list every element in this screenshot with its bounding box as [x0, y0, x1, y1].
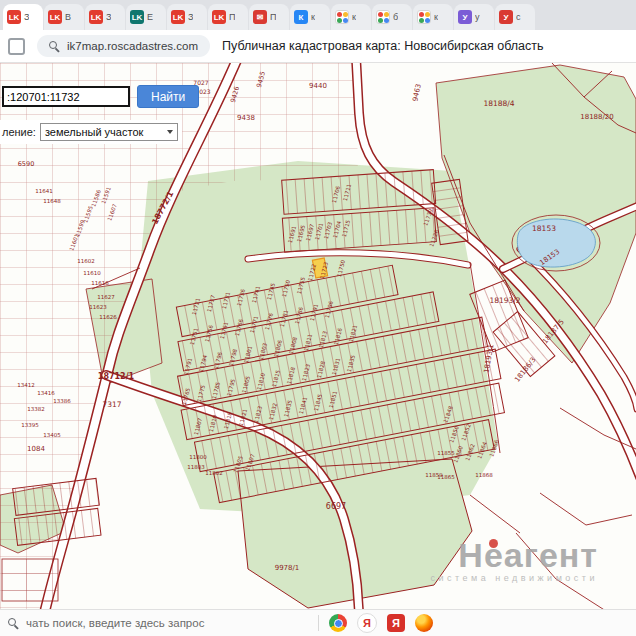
chevron-down-icon — [167, 130, 173, 134]
map-area: 9455942694389440946318188/418188/2070277… — [0, 63, 636, 609]
address-bar: ik7map.roscadastres.com Публичная кадаст… — [0, 30, 636, 63]
tab-title: с — [516, 12, 521, 22]
object-type-select[interactable]: земельный участок — [40, 123, 178, 141]
app-dots-favicon — [376, 10, 390, 24]
parcel-label: 11641 — [35, 188, 53, 194]
tab-title: Е — [147, 12, 153, 22]
parcel-label: 11648 — [43, 198, 61, 204]
url-text: ik7map.roscadastres.com — [67, 40, 198, 52]
parcel-label: 11865 — [437, 474, 455, 480]
tab-favicon: LK — [130, 10, 144, 24]
browser-tab[interactable]: к — [413, 4, 453, 30]
tab-title: З — [24, 12, 29, 22]
browser-tab[interactable]: Уу — [454, 4, 494, 30]
parcel-label: 11602 — [77, 258, 95, 264]
firefox-icon[interactable] — [415, 614, 433, 632]
parcel-label: 9440 — [309, 82, 327, 90]
parcel-label: 6697 — [326, 502, 346, 511]
find-button[interactable]: Найти — [137, 85, 199, 108]
object-type-label: ление: — [2, 126, 36, 138]
parcel-label: 11855 — [437, 450, 455, 456]
tab-title: б — [393, 12, 398, 22]
tab-title: З — [106, 12, 111, 22]
object-type-value: земельный участок — [45, 126, 143, 138]
parcel-label: 11610 — [83, 270, 101, 276]
tab-favicon: LK — [212, 10, 226, 24]
tab-favicon: ✉ — [253, 10, 267, 24]
tab-title: к — [311, 12, 315, 22]
tab-title: П — [229, 12, 235, 22]
parcel-label: 13395 — [21, 422, 39, 428]
browser-tab[interactable]: LKВ — [44, 4, 84, 30]
search-icon — [49, 41, 60, 52]
cadastral-map[interactable]: 9455942694389440946318188/418188/2070277… — [0, 63, 636, 609]
tab-favicon: LK — [7, 10, 21, 24]
taskbar-search-text: чать поиск, введите здесь запрос — [26, 617, 204, 629]
taskbar-divider — [318, 615, 319, 631]
tab-favicon: У — [499, 10, 513, 24]
parcel-label: 18188/4 — [483, 99, 514, 108]
page-title: Публичная кадастровая карта: Новосибирск… — [222, 39, 543, 53]
parcel-label: 11627 — [97, 294, 115, 300]
tab-title: В — [65, 12, 71, 22]
parcel-label: 11868 — [475, 472, 493, 478]
tab-favicon: LK — [89, 10, 103, 24]
cadastre-search-panel: Найти — [2, 85, 199, 108]
parcel-label: 1084 — [27, 445, 45, 453]
parcel-label: 13412 — [17, 382, 35, 388]
parcel-label: 11800 — [189, 454, 207, 460]
parcel-label: 13386 — [53, 398, 71, 404]
yandex-browser-icon[interactable]: Я — [357, 613, 377, 633]
parcel-label: 18193/2 — [489, 296, 520, 305]
browser-tab[interactable]: к — [331, 4, 371, 30]
parcel-label: 18153 — [532, 224, 556, 233]
parcel-label: 18188/20 — [580, 113, 614, 121]
taskbar-search-icon — [8, 618, 19, 629]
parcel-label: 9438 — [237, 114, 255, 122]
browser-tab[interactable]: LKЗ — [3, 4, 43, 30]
parcel-label: 7317 — [102, 400, 121, 409]
browser-tab[interactable]: Кк — [290, 4, 330, 30]
chrome-icon[interactable] — [329, 614, 347, 632]
browser-tab[interactable]: б — [372, 4, 412, 30]
taskbar-app-icons: ЯЯ — [329, 613, 433, 633]
browser-tab[interactable]: LKЗ — [85, 4, 125, 30]
cadastre-number-input[interactable] — [2, 86, 130, 107]
browser-window: LKЗLKВLKЗLKЕLKЗLKП✉ПКккбкУуУс ik7map.ros… — [0, 0, 636, 636]
parcel-label: 11616 — [91, 280, 109, 286]
tab-title: к — [434, 12, 438, 22]
pond — [517, 219, 595, 267]
parcel-block-corner — [2, 559, 58, 601]
parcel-label: 11623 — [89, 304, 107, 310]
browser-tab[interactable]: LKЗ — [167, 4, 207, 30]
browser-menu-icon[interactable] — [8, 38, 25, 55]
object-type-panel: ление: земельный участок — [0, 120, 182, 144]
browser-tab[interactable]: LKЕ — [126, 4, 166, 30]
parcel-label: 11626 — [99, 314, 117, 320]
tab-title: у — [475, 12, 480, 22]
tab-title: к — [352, 12, 356, 22]
browser-tab[interactable]: LKП — [208, 4, 248, 30]
parcel-label: 11803 — [187, 464, 205, 470]
parcel-label: 9978/1 — [275, 564, 300, 572]
parcel-label: 13416 — [37, 390, 55, 396]
tab-title: З — [188, 12, 193, 22]
yandex-app-icon[interactable]: Я — [387, 614, 405, 632]
browser-tab[interactable]: Ус — [495, 4, 535, 30]
tab-bar: LKЗLKВLKЗLKЕLKЗLKП✉ПКккбкУуУс — [0, 0, 636, 30]
address-url-pill[interactable]: ik7map.roscadastres.com — [37, 35, 210, 57]
taskbar: чать поиск, введите здесь запрос ЯЯ — [0, 609, 636, 636]
parcel-label: 13405 — [43, 432, 61, 438]
parcel-label: 13382 — [27, 406, 45, 412]
app-dots-favicon — [335, 10, 349, 24]
tab-favicon: К — [294, 10, 308, 24]
tab-title: П — [270, 12, 276, 22]
app-dots-favicon — [417, 10, 431, 24]
parcel-label: 6590 — [18, 160, 35, 168]
tab-favicon: LK — [171, 10, 185, 24]
parcel-label: 18712/1 — [98, 372, 135, 381]
taskbar-search[interactable]: чать поиск, введите здесь запрос — [8, 617, 308, 629]
parcel-label: 11802 — [205, 470, 223, 476]
tab-favicon: LK — [48, 10, 62, 24]
browser-tab[interactable]: ✉П — [249, 4, 289, 30]
